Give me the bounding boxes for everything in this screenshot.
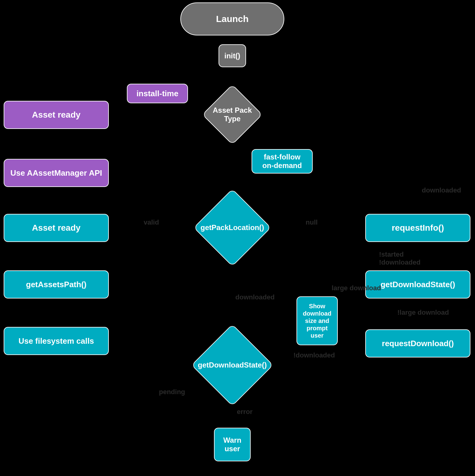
edge-label-downloaded-top: downloaded — [422, 186, 461, 194]
edge-label-error: error — [237, 408, 252, 416]
fast-follow-ondemand-label: fast-follow on-demand — [252, 149, 313, 174]
edge-label-null: null — [306, 218, 318, 226]
edge-label-notstarted: !started !downloaded — [379, 251, 421, 266]
asset-pack-type-decision: Asset Pack Type — [199, 87, 266, 142]
launch-node: Launch — [180, 2, 284, 35]
edge-label-downloaded-mid: downloaded — [235, 293, 274, 301]
edge-label-notdownloaded: !downloaded — [293, 351, 335, 359]
asset-ready-teal-node: Asset ready — [4, 214, 109, 242]
use-filesystem-node: Use filesystem calls — [4, 327, 109, 355]
request-download-node: requestDownload() — [365, 329, 470, 357]
get-pack-location-decision: getPackLocation() — [183, 196, 281, 260]
get-assets-path-node: getAssetsPath() — [4, 270, 109, 298]
edge-label-large: large download — [332, 284, 381, 292]
get-download-state-right-node: getDownloadState() — [365, 270, 470, 298]
use-aassetmanager-node: Use AAssetManager API — [4, 159, 109, 187]
edge-label-pending: pending — [159, 388, 185, 396]
get-download-state-decision: getDownloadState() — [180, 331, 284, 399]
edge-label-valid: valid — [144, 218, 159, 226]
asset-ready-purple-node: Asset ready — [4, 101, 109, 129]
warn-user-node: Warn user — [214, 428, 251, 461]
edge-label-notlarge: !large download — [397, 309, 449, 317]
install-time-label: install-time — [127, 84, 188, 103]
show-download-size-node: Show download size and prompt user — [296, 296, 338, 345]
init-node: init() — [219, 44, 246, 67]
request-info-node: requestInfo() — [365, 214, 470, 242]
